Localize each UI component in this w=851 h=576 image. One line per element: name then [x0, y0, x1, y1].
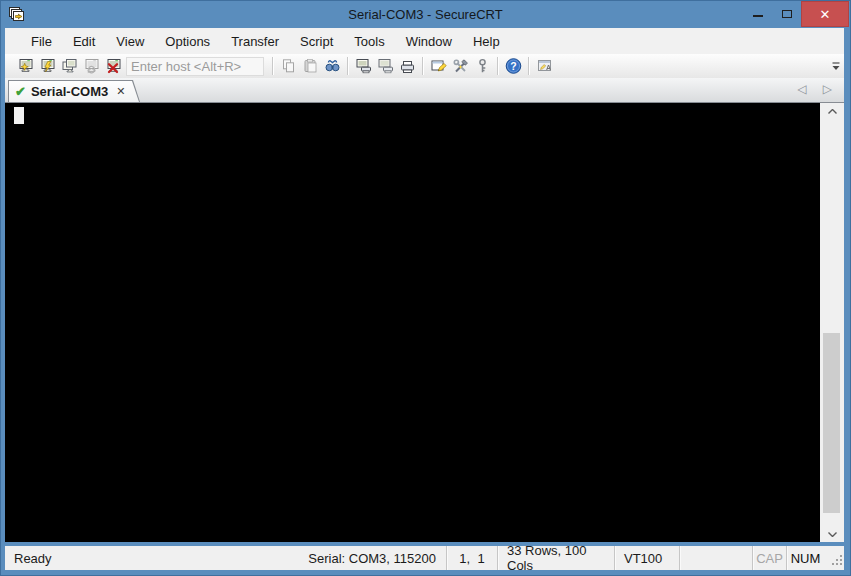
tab-scroll-right-icon[interactable]: ▷ [823, 83, 832, 95]
status-empty-section [680, 546, 752, 570]
print-selection-icon[interactable] [374, 55, 396, 77]
close-icon: ✕ [820, 7, 831, 22]
command-window-icon[interactable]: A [533, 55, 555, 77]
menu-options[interactable]: Options [156, 34, 219, 49]
connect-in-tab-icon[interactable] [58, 55, 80, 77]
toolbar-separator [497, 57, 498, 75]
menu-file[interactable]: File [22, 34, 61, 49]
tab-close-icon[interactable]: ✕ [116, 85, 125, 98]
quick-connect-icon[interactable] [36, 55, 58, 77]
maximize-button[interactable] [772, 0, 801, 27]
print-icon[interactable] [396, 55, 418, 77]
status-grid-size: 33 Rows, 100 Cols [498, 546, 614, 570]
status-cursor-position: 1, 1 [447, 546, 497, 570]
status-caps-lock: CAP [753, 546, 786, 570]
connected-check-icon: ✔ [15, 84, 26, 99]
status-emulation: VT100 [615, 546, 679, 570]
reconnect-icon[interactable] [80, 55, 102, 77]
menu-view[interactable]: View [107, 34, 153, 49]
close-button[interactable]: ✕ [801, 1, 849, 27]
menu-transfer[interactable]: Transfer [222, 34, 288, 49]
tab-content: ✔ Serial-COM3 ✕ [8, 80, 140, 102]
keymap-editor-icon[interactable] [471, 55, 493, 77]
status-serial-connection: Serial: COM3, 115200 [288, 546, 446, 570]
maximize-icon [782, 10, 792, 18]
scrollbar-thumb[interactable] [823, 333, 840, 513]
scroll-down-icon[interactable] [820, 526, 844, 542]
menu-bar: File Edit View Options Transfer Script T… [5, 28, 844, 54]
vertical-scrollbar[interactable] [820, 103, 844, 542]
svg-text:?: ? [510, 60, 516, 72]
toolbar-separator [422, 57, 423, 75]
status-bar: Ready Serial: COM3, 115200 1, 1 33 Rows,… [5, 546, 844, 570]
terminal-screen[interactable] [5, 103, 820, 542]
toolbar-separator [272, 57, 273, 75]
connect-dialog-icon[interactable] [14, 55, 36, 77]
paste-icon[interactable] [299, 55, 321, 77]
svg-text:A: A [546, 64, 551, 71]
status-num-lock: NUM [787, 546, 824, 570]
find-icon[interactable] [321, 55, 343, 77]
client-area: File Edit View Options Transfer Script T… [5, 28, 844, 542]
title-bar[interactable]: Serial-COM3 - SecureCRT ✕ [0, 0, 851, 28]
securecrt-window: Serial-COM3 - SecureCRT ✕ File Edit View… [0, 0, 851, 576]
toolbar: ? A [5, 54, 844, 78]
tab-scroll-left-icon[interactable]: ◁ [798, 83, 807, 95]
resize-grip[interactable] [824, 546, 844, 570]
scroll-up-icon[interactable] [820, 103, 844, 119]
help-icon[interactable]: ? [502, 55, 524, 77]
session-options-icon[interactable] [427, 55, 449, 77]
app-icon[interactable] [8, 6, 25, 23]
menu-help[interactable]: Help [464, 34, 509, 49]
minimize-icon [753, 15, 763, 17]
global-options-icon[interactable] [449, 55, 471, 77]
terminal-cursor [14, 107, 24, 124]
tab-serial-com3[interactable]: ✔ Serial-COM3 ✕ [8, 80, 140, 102]
tab-scroll-arrows: ◁ ▷ [798, 83, 832, 95]
minimize-button[interactable] [743, 0, 772, 27]
menu-tools[interactable]: Tools [345, 34, 393, 49]
window-controls: ✕ [743, 0, 851, 28]
menu-edit[interactable]: Edit [64, 34, 104, 49]
disconnect-icon[interactable] [102, 55, 124, 77]
toolbar-separator [528, 57, 529, 75]
copy-icon[interactable] [277, 55, 299, 77]
tab-label: Serial-COM3 [31, 84, 108, 99]
scrollbar-track[interactable] [820, 119, 844, 526]
tab-bar: ✔ Serial-COM3 ✕ ◁ ▷ [5, 78, 844, 103]
menu-window[interactable]: Window [397, 34, 461, 49]
quick-connect-host-input[interactable] [126, 57, 264, 76]
menu-script[interactable]: Script [291, 34, 342, 49]
toolbar-overflow-icon[interactable] [830, 59, 842, 73]
toolbar-separator [347, 57, 348, 75]
window-title: Serial-COM3 - SecureCRT [0, 7, 851, 22]
status-ready: Ready [5, 546, 288, 570]
print-screen-icon[interactable] [352, 55, 374, 77]
terminal-row [5, 103, 844, 542]
